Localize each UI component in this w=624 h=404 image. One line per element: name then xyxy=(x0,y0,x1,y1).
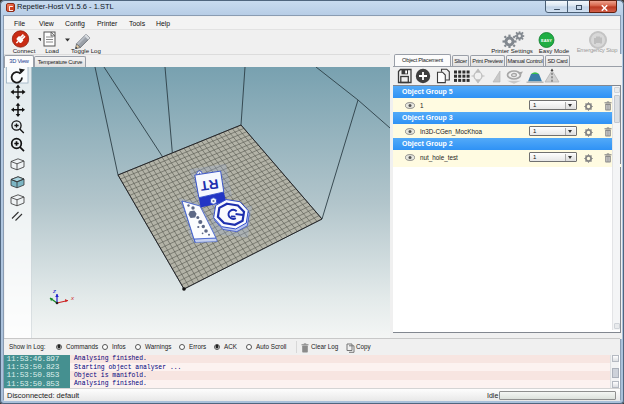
svg-text:z: z xyxy=(52,288,56,294)
svg-text:RT: RT xyxy=(199,176,220,194)
svg-text:EASY: EASY xyxy=(541,38,552,43)
